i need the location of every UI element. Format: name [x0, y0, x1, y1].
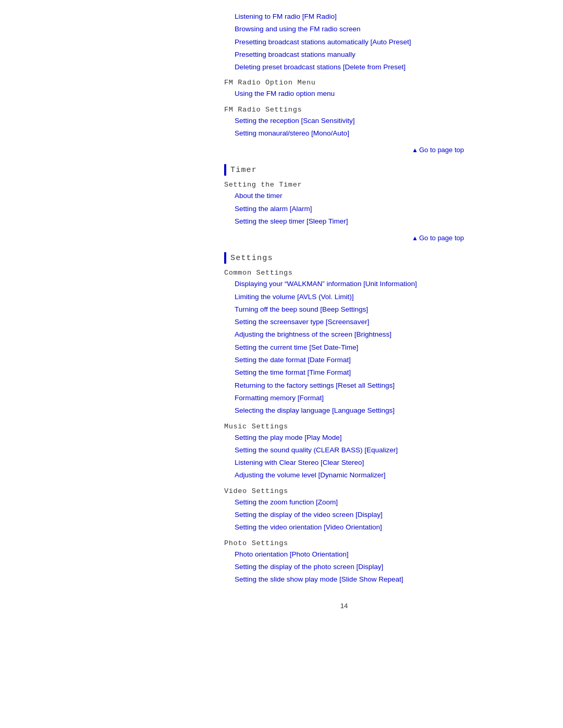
common-link-8[interactable]: Setting the time format [Time Format]	[235, 366, 464, 379]
fm-radio-link-5[interactable]: Deleting preset broadcast stations [Dele…	[235, 61, 464, 73]
music-settings-subsection: Music Settings Setting the play mode [Pl…	[224, 423, 464, 482]
fm-radio-settings-links: Setting the reception [Scan Sensitivity]…	[224, 115, 464, 140]
triangle-icon-2: ▲	[412, 235, 418, 242]
music-settings-heading: Music Settings	[224, 423, 464, 430]
go-to-top-2: ▲Go to page top	[224, 234, 464, 242]
timer-links: About the timer Setting the alarm [Alarm…	[224, 190, 464, 228]
fm-radio-link-4[interactable]: Presetting broadcast stations manually	[235, 48, 464, 61]
video-link-1[interactable]: Setting the zoom function [Zoom]	[235, 496, 464, 509]
go-to-top-link-1[interactable]: ▲Go to page top	[412, 146, 464, 154]
video-settings-subsection: Video Settings Setting the zoom function…	[224, 487, 464, 534]
fm-radio-option-links: Using the FM radio option menu	[224, 88, 464, 100]
settings-section-bar	[224, 252, 226, 264]
timer-section: Timer Setting the Timer About the timer …	[224, 164, 464, 228]
fm-radio-settings-link-2[interactable]: Setting monaural/stereo [Mono/Auto]	[235, 127, 464, 140]
music-link-1[interactable]: Setting the play mode [Play Mode]	[235, 431, 464, 444]
settings-section-title: Settings	[230, 254, 273, 263]
common-settings-subsection: Common Settings Displaying your “WALKMAN…	[224, 269, 464, 417]
common-link-2[interactable]: Limiting the volume [AVLS (Vol. Limit)]	[235, 291, 464, 303]
common-settings-heading: Common Settings	[224, 269, 464, 277]
photo-settings-subsection: Photo Settings Photo orientation [Photo …	[224, 539, 464, 586]
timer-link-3[interactable]: Setting the sleep timer [Sleep Timer]	[235, 215, 464, 228]
common-settings-links: Displaying your “WALKMAN” information [U…	[224, 278, 464, 417]
settings-title-block: Settings	[224, 252, 464, 264]
fm-radio-top-links: Listening to FM radio [FM Radio] Browsin…	[224, 10, 464, 73]
fm-radio-settings-section: FM Radio Settings Setting the reception …	[224, 106, 464, 140]
common-link-7[interactable]: Setting the date format [Date Format]	[235, 354, 464, 366]
common-link-5[interactable]: Adjusting the brightness of the screen […	[235, 328, 464, 341]
photo-link-1[interactable]: Photo orientation [Photo Orientation]	[235, 548, 464, 561]
fm-radio-option-menu-section: FM Radio Option Menu Using the FM radio …	[224, 79, 464, 100]
timer-title-block: Timer	[224, 164, 464, 176]
music-link-4[interactable]: Adjusting the volume level [Dynamic Norm…	[235, 469, 464, 482]
video-settings-heading: Video Settings	[224, 487, 464, 495]
fm-radio-settings-link-1[interactable]: Setting the reception [Scan Sensitivity]	[235, 115, 464, 127]
timer-link-1[interactable]: About the timer	[235, 190, 464, 202]
video-link-2[interactable]: Setting the display of the video screen …	[235, 509, 464, 521]
timer-section-title: Timer	[230, 166, 257, 175]
fm-radio-link-3[interactable]: Presetting broadcast stations automatica…	[235, 36, 464, 48]
triangle-icon-1: ▲	[412, 146, 418, 154]
common-link-11[interactable]: Selecting the display language [Language…	[235, 404, 464, 417]
fm-radio-links-list: Listening to FM radio [FM Radio] Browsin…	[224, 10, 464, 73]
go-to-top-link-2[interactable]: ▲Go to page top	[412, 234, 464, 242]
page-number: 14	[224, 602, 464, 610]
fm-radio-link-1[interactable]: Listening to FM radio [FM Radio]	[235, 10, 464, 23]
video-settings-links: Setting the zoom function [Zoom] Setting…	[224, 496, 464, 534]
fm-radio-option-link-1[interactable]: Using the FM radio option menu	[235, 88, 464, 100]
common-link-9[interactable]: Returning to the factory settings [Reset…	[235, 379, 464, 392]
fm-radio-option-menu-heading: FM Radio Option Menu	[224, 79, 464, 87]
fm-radio-settings-heading: FM Radio Settings	[224, 106, 464, 114]
common-link-3[interactable]: Turning off the beep sound [Beep Setting…	[235, 303, 464, 316]
timer-link-2[interactable]: Setting the alarm [Alarm]	[235, 203, 464, 215]
music-settings-links: Setting the play mode [Play Mode] Settin…	[224, 431, 464, 482]
fm-radio-link-2[interactable]: Browsing and using the FM radio screen	[235, 23, 464, 35]
music-link-3[interactable]: Listening with Clear Stereo [Clear Stere…	[235, 456, 464, 469]
video-link-3[interactable]: Setting the video orientation [Video Ori…	[235, 521, 464, 534]
common-link-6[interactable]: Setting the current time [Set Date-Time]	[235, 341, 464, 354]
photo-settings-links: Photo orientation [Photo Orientation] Se…	[224, 548, 464, 586]
go-to-top-1: ▲Go to page top	[224, 146, 464, 154]
photo-link-2[interactable]: Setting the display of the photo screen …	[235, 561, 464, 573]
setting-the-timer-heading: Setting the Timer	[224, 181, 464, 189]
timer-section-bar	[224, 164, 226, 176]
common-link-10[interactable]: Formatting memory [Format]	[235, 392, 464, 404]
photo-settings-heading: Photo Settings	[224, 539, 464, 547]
settings-section: Settings Common Settings Displaying your…	[224, 252, 464, 586]
common-link-1[interactable]: Displaying your “WALKMAN” information [U…	[235, 278, 464, 290]
music-link-2[interactable]: Setting the sound quality (CLEAR BASS) […	[235, 444, 464, 456]
photo-link-3[interactable]: Setting the slide show play mode [Slide …	[235, 573, 464, 586]
common-link-4[interactable]: Setting the screensaver type [Screensave…	[235, 316, 464, 328]
